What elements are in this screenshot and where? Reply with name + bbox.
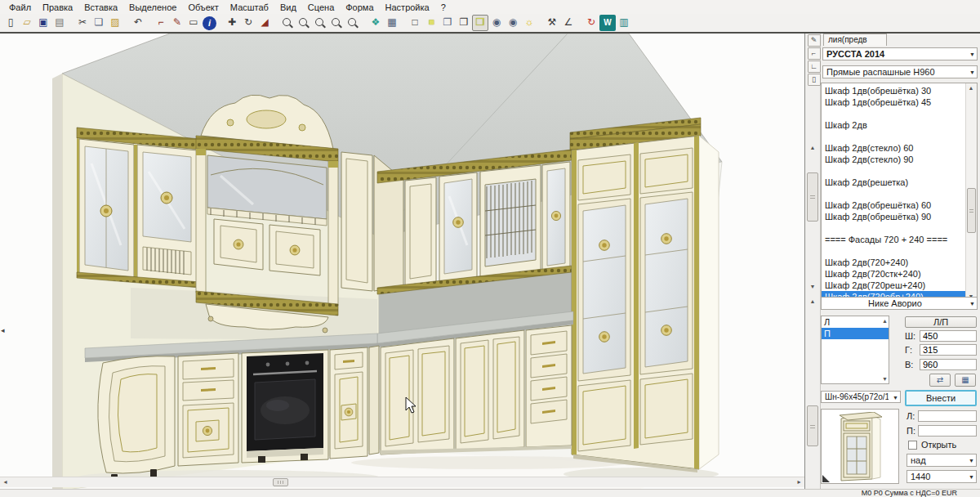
menu-item[interactable]: Файл: [3, 2, 37, 13]
box-shaded-icon[interactable]: ❒: [472, 15, 488, 31]
depth-field[interactable]: [920, 344, 977, 356]
list-item[interactable]: Шкаф 2дв(обрешётка) 60: [822, 199, 966, 211]
width-field[interactable]: [920, 330, 977, 342]
3d-viewport[interactable]: .fr{fill:#f3efdb;stroke:#8f8a66;stroke-w…: [0, 34, 805, 490]
left-offset-field[interactable]: [918, 410, 977, 422]
menu-item[interactable]: Вставка: [78, 2, 123, 13]
grid-edit-icon[interactable]: ▦: [955, 374, 976, 387]
list-item[interactable]: [822, 245, 966, 257]
orientation-list[interactable]: ЛП ▲ ▼: [821, 316, 889, 384]
list-item[interactable]: [822, 222, 966, 234]
box-hidden-icon[interactable]: ❐: [439, 15, 456, 31]
scroll-up-icon[interactable]: ▲: [882, 318, 888, 324]
right-offset-field[interactable]: [918, 425, 977, 437]
list-item[interactable]: Шкаф 2дв(720реш+240): [822, 280, 966, 291]
orientation-item[interactable]: Л: [822, 316, 889, 328]
list-item[interactable]: [822, 108, 966, 119]
light-icon[interactable]: ☼: [521, 15, 537, 31]
list-scrollbar[interactable]: ▲ ▼: [965, 83, 977, 301]
print-icon[interactable]: ▤: [51, 15, 68, 31]
menu-item[interactable]: Объект: [182, 2, 224, 13]
scrollbar-thumb[interactable]: [273, 478, 288, 486]
save-icon[interactable]: ▣: [35, 15, 51, 31]
cut-icon[interactable]: ✂: [74, 15, 91, 31]
corner-tool-icon[interactable]: ⌐: [808, 47, 821, 60]
menu-item[interactable]: Правка: [37, 2, 78, 13]
module-dropdown[interactable]: Шн-96х45(р72о/1+р ▼: [821, 391, 901, 403]
list-item[interactable]: Шкаф 2дв(720+240): [822, 257, 966, 268]
shaded-icon[interactable]: ■: [423, 15, 439, 31]
list-item[interactable]: [822, 188, 966, 199]
material-w-icon[interactable]: W: [599, 15, 616, 31]
strip-scroll-down-icon[interactable]: ▼: [808, 284, 817, 289]
facade-dropdown[interactable]: Нике Аворио ▼: [821, 297, 978, 310]
zoom-all-icon[interactable]: [328, 15, 345, 31]
sheet-tool-icon[interactable]: ▯: [808, 74, 821, 86]
list-item[interactable]: ==== Фасады 720 + 240 ====: [822, 234, 966, 245]
list-item[interactable]: [822, 165, 966, 177]
annotate-icon[interactable]: ✎: [808, 34, 821, 47]
list-item[interactable]: Шкаф 1дв(обрешётка) 45: [822, 96, 966, 108]
perspective-icon[interactable]: ◢: [256, 15, 273, 31]
strip-scroll-thumb[interactable]: [807, 172, 818, 222]
library-icon[interactable]: ▥: [616, 15, 632, 31]
resize-handle[interactable]: [822, 475, 830, 482]
collection-dropdown[interactable]: РУССТА 2014 ▼: [822, 47, 978, 60]
scroll-down-icon[interactable]: ▼: [882, 376, 888, 382]
strip-scroll-up2-icon[interactable]: ▲: [808, 298, 817, 304]
list-item[interactable]: Шкаф 2дв(720стк+240): [822, 268, 966, 280]
list-item[interactable]: Шкаф 2дв: [822, 119, 966, 131]
scroll-right-icon[interactable]: ▸: [794, 477, 804, 487]
dimension-tool-icon[interactable]: ∟: [808, 60, 821, 73]
lp-button[interactable]: Л/П: [905, 316, 977, 328]
angle-icon[interactable]: ∠: [560, 15, 577, 31]
render-icon[interactable]: ❖: [368, 15, 384, 31]
scroll-left-icon[interactable]: ◂: [0, 477, 11, 487]
move-icon[interactable]: ✚: [224, 15, 240, 31]
list-item[interactable]: Шкаф 1дв(обрешётка) 30: [822, 85, 966, 96]
height-field[interactable]: [920, 359, 977, 370]
list-item[interactable]: Шкаф 2дв(стекло) 90: [822, 154, 966, 165]
list-item[interactable]: Шкаф 2дв(решетка): [822, 177, 966, 188]
menu-item[interactable]: Масштаб: [225, 2, 274, 13]
bend-tool-icon[interactable]: ⌐: [153, 15, 169, 31]
undo-icon[interactable]: ↶: [130, 15, 146, 31]
scroll-up-icon[interactable]: ▲: [966, 85, 976, 91]
zoom-prev-icon[interactable]: [345, 15, 361, 31]
insert-button[interactable]: Внести: [905, 390, 977, 406]
copy-icon[interactable]: ❏: [91, 15, 107, 31]
catalog-list[interactable]: Шкаф 1дв(обрешётка) 30Шкаф 1дв(обрешётка…: [821, 83, 978, 302]
list-item[interactable]: [822, 131, 966, 142]
list-item[interactable]: Шкаф 2дв(обрешётка) 90: [822, 211, 966, 222]
strip-scroll-thumb2[interactable]: [807, 405, 818, 446]
monitor-icon[interactable]: ▦: [384, 15, 400, 31]
menu-item[interactable]: ?: [435, 2, 452, 13]
scrollbar-thumb[interactable]: [967, 188, 976, 233]
open-icon[interactable]: ▱: [19, 15, 35, 31]
menu-item[interactable]: Выделеное: [123, 2, 182, 13]
camera-icon[interactable]: ◉: [488, 15, 505, 31]
paste-icon[interactable]: ▨: [107, 15, 123, 31]
menu-item[interactable]: Сцена: [302, 2, 340, 13]
box-wire-icon[interactable]: ❐: [456, 15, 472, 31]
camera2-icon[interactable]: ◉: [505, 15, 521, 31]
orientation-item[interactable]: П: [822, 328, 889, 339]
zoom-in-icon[interactable]: [279, 15, 296, 31]
orbit-icon[interactable]: ↻: [583, 15, 599, 31]
info-icon[interactable]: i: [203, 16, 216, 30]
menu-item[interactable]: Настройка: [380, 2, 435, 13]
zoom-out-icon[interactable]: [296, 15, 312, 31]
rotate-icon[interactable]: ↻: [240, 15, 256, 31]
position-dropdown[interactable]: над ▼: [906, 454, 977, 467]
group-dropdown[interactable]: Прямые распашные Н960 ▼: [822, 65, 978, 78]
select-frame-icon[interactable]: ▭: [185, 15, 202, 31]
wireframe-icon[interactable]: □: [407, 15, 423, 31]
measure-icon[interactable]: ⚒: [544, 15, 560, 31]
brush-tool-icon[interactable]: ✎: [169, 15, 185, 31]
height-level-dropdown[interactable]: 1440 ▼: [906, 470, 977, 483]
open-checkbox[interactable]: [908, 441, 917, 450]
list-item[interactable]: Шкаф 2дв(стекло) 60: [822, 142, 966, 154]
swap-lr-icon[interactable]: ⇄: [929, 374, 951, 387]
strip-scroll-up-icon[interactable]: ▲: [808, 145, 817, 150]
horizontal-scrollbar[interactable]: ◂ ▸: [0, 477, 804, 487]
